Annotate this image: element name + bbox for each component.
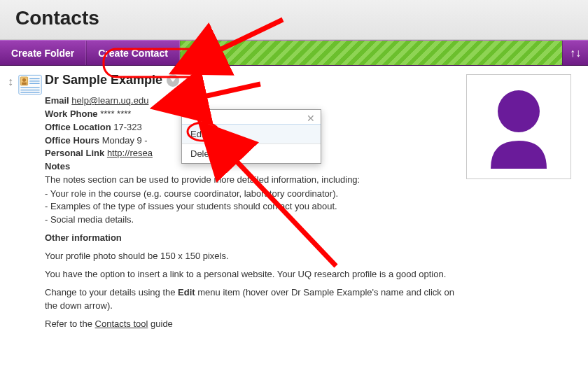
sort-icon: ↑↓: [570, 47, 581, 59]
email-line: Email help@learn.uq.edu: [45, 94, 455, 108]
svg-point-2: [22, 78, 26, 82]
contact-name-row: Dr Sample Example: [45, 73, 455, 88]
action-toolbar: Create Folder Create Contact ↑↓: [0, 40, 588, 66]
create-contact-button[interactable]: Create Contact: [86, 41, 180, 65]
reorder-handle[interactable]: ↕: [4, 73, 17, 336]
toolbar-spacer: [180, 41, 562, 65]
profile-column: [466, 73, 578, 336]
link-option-note: You have the option to insert a link to …: [45, 268, 455, 281]
notes-intro: The notes section can be used to provide…: [45, 174, 455, 186]
personal-link[interactable]: http://resea: [107, 148, 153, 158]
svg-point-10: [498, 90, 540, 132]
contact-card-icon: [17, 73, 45, 336]
photo-size-note: Your profile photo should be 150 x 150 p…: [45, 250, 455, 262]
guide-note: Refer to the Contacts tool guide: [45, 318, 455, 330]
bullet-item: - Social media details.: [45, 214, 455, 226]
avatar-icon: [480, 85, 557, 169]
contact-name: Dr Sample Example: [45, 73, 162, 88]
close-icon: ✕: [307, 113, 315, 124]
page-title: Contacts: [15, 7, 573, 29]
edit-instruction-note: Change to your details using the Edit me…: [45, 286, 455, 312]
contacts-tool-link[interactable]: Contacts tool: [95, 318, 148, 329]
bullet-item: - Your role in the course (e.g. course c…: [45, 188, 455, 200]
close-menu-button[interactable]: ✕: [305, 113, 316, 124]
notes-body: The notes section can be used to provide…: [45, 174, 455, 330]
notes-bullets: - Your role in the course (e.g. course c…: [45, 188, 455, 226]
bullet-item: - Examples of the type of issues your st…: [45, 200, 455, 213]
other-info-heading: Other information: [45, 232, 122, 243]
contact-context-menu: ✕ Edit Delete: [181, 109, 321, 164]
svg-rect-3: [22, 83, 27, 85]
menu-item-edit[interactable]: Edit: [182, 124, 321, 144]
menu-item-delete[interactable]: Delete: [182, 144, 321, 163]
reorder-icon: ↕: [8, 76, 13, 336]
sort-button[interactable]: ↑↓: [562, 41, 588, 65]
email-link[interactable]: help@learn.uq.edu: [71, 95, 148, 106]
page-header: Contacts: [0, 0, 588, 40]
profile-photo-placeholder: [466, 74, 571, 179]
content-area: ↕ Dr Sample Example Email help@learn.uq.…: [0, 66, 588, 343]
create-folder-button[interactable]: Create Folder: [0, 41, 86, 65]
contact-menu-toggle[interactable]: [167, 74, 179, 87]
